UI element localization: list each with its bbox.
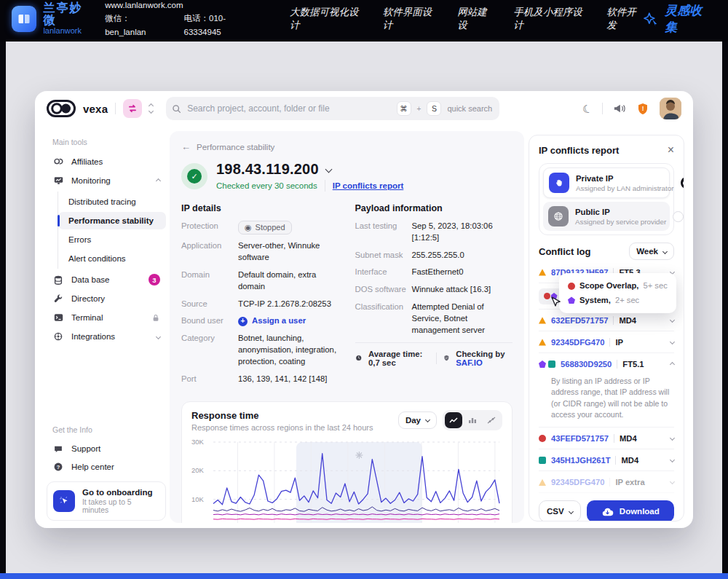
nav-mobile[interactable]: 手机及小程序设计	[513, 6, 587, 32]
field-label: Classification	[355, 302, 412, 336]
range-dropdown[interactable]: Day	[398, 411, 437, 429]
brand-chinese: 兰亭妙微	[43, 2, 93, 27]
chevron-down-icon[interactable]	[670, 339, 675, 344]
search-input[interactable]	[187, 103, 390, 114]
chevron-up-icon[interactable]	[670, 361, 675, 366]
search-icon	[172, 104, 181, 114]
conflict-row-faded[interactable]: 92345DFG470 IP extra	[539, 471, 674, 493]
response-time-chart[interactable]: 8 PM11 PM2 AM5 AM8 AM11 AM2 PM5 PM010K20…	[191, 438, 502, 523]
nav-software[interactable]: 软件开发	[606, 6, 644, 32]
svg-text:10K: 10K	[191, 495, 205, 503]
download-button[interactable]: Download	[587, 500, 674, 521]
close-icon[interactable]: ×	[668, 144, 674, 156]
average-time: Avarage time: 0,7 sec	[368, 350, 430, 367]
onboarding-card[interactable]: Go to onboarding It takes up to 5 minute…	[47, 481, 166, 521]
conflict-row-expanded[interactable]: 568830D9250 FT5.1	[539, 353, 674, 375]
field-label: Category	[181, 333, 238, 367]
bar-chart-type-button[interactable]	[464, 412, 481, 428]
nav-bigdata[interactable]: 大数据可视化设计	[290, 6, 364, 32]
conflict-row-hovered[interactable]: Scope Overlap,5+ sec System,2+ sec	[539, 283, 674, 310]
sidebar-item-terminal[interactable]: Terminal	[47, 309, 166, 326]
conflict-id-link[interactable]: 43FEFD571757	[551, 434, 609, 443]
chevron-up-icon	[156, 178, 161, 183]
field-value: 255.255.255.0	[412, 250, 464, 261]
field-label: Application	[181, 240, 238, 264]
warning-triangle-icon	[539, 317, 546, 324]
chevron-down-icon[interactable]	[670, 436, 675, 441]
contact-block: www.lanlanwork.com 微信：ben_lanlan 电话：010-…	[105, 0, 259, 39]
monitoring-submenu: Distributed tracing Performance stabilit…	[58, 192, 170, 269]
sidebar-item-monitoring[interactable]: Monitoring	[47, 172, 166, 189]
conflict-row[interactable]: 92345DFG470 IP	[539, 331, 674, 353]
conflict-row[interactable]: 345H1JGH261T MD4	[539, 449, 674, 471]
line-chart-type-button[interactable]	[445, 412, 462, 428]
saf-io-link[interactable]: SAF.IO	[456, 358, 482, 367]
sidebar-item-database[interactable]: Data base 3	[47, 271, 166, 288]
back-button[interactable]: ←	[181, 141, 191, 152]
radio-unselected[interactable]	[673, 211, 684, 222]
week-dropdown[interactable]: Week	[629, 243, 674, 260]
svg-text:30K: 30K	[191, 438, 205, 446]
user-avatar[interactable]	[660, 98, 681, 119]
check-interval-status: Checked every 30 seconds	[216, 181, 317, 190]
conflict-id-link[interactable]: 345H1JGH261T	[551, 456, 610, 465]
sidebar-item-label: Data base	[71, 275, 109, 284]
divider	[436, 352, 437, 364]
radio-selected[interactable]	[681, 177, 685, 189]
ip-conflicts-panel: IP conflicts report × Private IP Assigne…	[529, 135, 684, 521]
sidebar-item-directory[interactable]: Directory	[47, 290, 166, 307]
nav-ui-design[interactable]: 软件界面设计	[383, 6, 438, 32]
sidebar-item-affiliates[interactable]: Affiliates	[47, 153, 166, 170]
dark-mode-toggle[interactable]: ☾	[581, 102, 593, 115]
banner-nav: 大数据可视化设计 软件界面设计 网站建设 手机及小程序设计 软件开发	[290, 6, 644, 32]
workspace-switcher-button[interactable]	[123, 99, 142, 118]
sidebar-subitem-performance-stability[interactable]: Performance stability	[58, 212, 166, 229]
hand-icon	[549, 173, 569, 193]
inspiration-collect-button[interactable]: 灵感收集	[644, 2, 712, 36]
ip-dropdown-chevron[interactable]	[325, 166, 332, 173]
chevron-down-icon	[156, 334, 161, 339]
conflict-id-link[interactable]: 632EFD571757	[551, 316, 608, 325]
ip-conflicts-report-link[interactable]: IP conflicts report	[333, 181, 404, 190]
field-label: Port	[181, 374, 238, 385]
sidebar-item-support[interactable]: Support	[47, 440, 166, 457]
option-private-ip[interactable]: Private IP Assigned by LAN administrator	[543, 168, 670, 198]
sidebar-section-main-tools: Main tools	[52, 138, 170, 146]
chevron-down-icon[interactable]	[670, 479, 675, 484]
chevron-down-icon[interactable]	[670, 318, 675, 323]
sidebar-subitem-alert-conditions[interactable]: Alert conditions	[58, 250, 166, 267]
sidebar-subitem-distributed-tracing[interactable]: Distributed tracing	[58, 193, 166, 210]
conflict-id-link[interactable]: 92345DFG470	[551, 478, 604, 487]
sidebar-item-help-center[interactable]: ? Help center	[47, 458, 166, 476]
conflict-type: FT5.1	[622, 360, 644, 369]
workspace-sort-control[interactable]	[149, 104, 153, 113]
onboarding-cursor-icon	[53, 490, 75, 512]
conflict-id-link[interactable]: 568830D9250	[561, 360, 612, 369]
csv-format-dropdown[interactable]: CSV	[539, 500, 581, 521]
chevron-down-icon[interactable]	[670, 457, 675, 462]
option-desc: Assigned by service provider	[575, 218, 666, 226]
cursor-pointer-icon	[550, 296, 561, 308]
response-time-card: Response time Response times across regi…	[181, 401, 513, 523]
conflict-tooltip: Scope Overlap,5+ sec System,2+ sec	[559, 273, 676, 313]
option-public-ip[interactable]: Public IP Assigned by service provider	[543, 202, 670, 231]
option-title: Private IP	[576, 174, 674, 183]
svg-text:20K: 20K	[191, 466, 205, 474]
system-icon	[568, 296, 575, 304]
top-banner: 兰亭妙微 lanlanwork www.lanlanwork.com 微信：be…	[0, 0, 728, 42]
sidebar-item-integrations[interactable]: Integrations	[47, 328, 166, 345]
nav-website[interactable]: 网站建设	[457, 6, 494, 32]
global-search[interactable]: ⌘ + S quick search	[166, 97, 499, 120]
announcements-button[interactable]	[613, 103, 626, 114]
database-icon	[52, 275, 64, 285]
security-alert-button[interactable]: !	[636, 102, 649, 116]
sidebar-subitem-errors[interactable]: Errors	[58, 231, 166, 248]
conflict-row[interactable]: 43FEFD571757 MD4	[539, 428, 674, 449]
ip-details-title: IP details	[181, 203, 339, 213]
scatter-chart-type-button[interactable]	[483, 412, 500, 428]
field-label: Last testing	[355, 221, 412, 244]
question-circle-icon: ?	[52, 462, 64, 472]
globe-icon	[548, 206, 569, 227]
assign-user-link[interactable]: +Assign a user	[238, 315, 306, 327]
conflict-id-link[interactable]: 92345DFG470	[551, 338, 604, 347]
